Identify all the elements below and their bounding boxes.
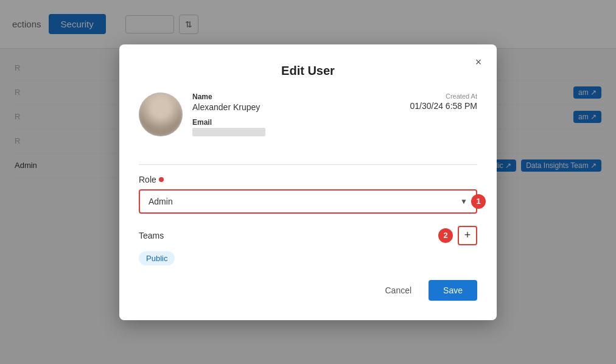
edit-user-modal: × Edit User Name Alexander Krupey Email … <box>119 44 497 320</box>
teams-header: Teams 2 + <box>139 226 477 245</box>
teams-controls: 2 + <box>438 226 477 245</box>
modal-footer: Cancel Save <box>139 280 477 301</box>
user-info-row: Name Alexander Krupey Email Created At 0… <box>139 93 477 155</box>
email-value-blurred <box>192 128 265 136</box>
step-2-badge: 2 <box>438 228 453 243</box>
email-label: Email <box>192 118 265 127</box>
name-value: Alexander Krupey <box>192 102 265 112</box>
created-at-value: 01/30/24 6:58 PM <box>410 101 477 111</box>
avatar <box>139 93 183 136</box>
save-button[interactable]: Save <box>429 280 477 301</box>
modal-title: Edit User <box>139 64 477 78</box>
dropdown-arrow-icon: ▼ <box>460 197 467 206</box>
role-row: Admin ▼ 1 <box>139 189 477 214</box>
teams-label: Teams <box>139 231 164 240</box>
role-label: Role <box>139 175 477 184</box>
created-at-label: Created At <box>410 93 477 100</box>
created-at-section: Created At 01/30/24 6:58 PM <box>410 93 477 111</box>
modal-overlay: × Edit User Name Alexander Krupey Email … <box>0 0 616 364</box>
role-dropdown[interactable]: Admin ▼ <box>139 189 477 214</box>
close-button[interactable]: × <box>470 54 487 71</box>
user-info: Name Alexander Krupey Email <box>139 93 265 142</box>
divider <box>139 164 477 165</box>
user-details: Name Alexander Krupey Email <box>192 93 265 142</box>
team-chip-public: Public <box>139 251 175 265</box>
step1-indicator: 1 <box>471 194 486 209</box>
role-current-value: Admin <box>149 197 173 206</box>
required-indicator <box>159 177 164 182</box>
name-label: Name <box>192 93 265 101</box>
step-1-badge: 1 <box>471 194 486 209</box>
add-team-button[interactable]: + <box>458 226 477 245</box>
avatar-image <box>139 93 183 136</box>
cancel-button[interactable]: Cancel <box>375 281 421 300</box>
team-chips-container: Public <box>139 251 477 265</box>
